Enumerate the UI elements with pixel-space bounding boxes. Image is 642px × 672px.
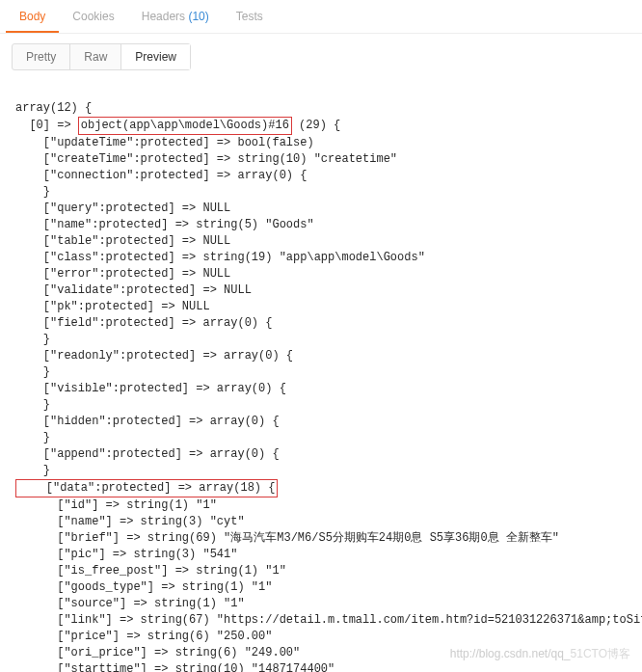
subtab-raw[interactable]: Raw: [70, 44, 121, 69]
dump-line: }: [15, 398, 50, 412]
body-view-modes: Pretty Raw Preview: [12, 43, 191, 70]
highlight-object: object(app\app\model\Goods)#16: [78, 117, 292, 135]
dump-line: ["hidden":protected] => array(0) {: [15, 415, 280, 428]
subtab-preview[interactable]: Preview: [121, 44, 190, 69]
dump-line: ["readonly":protected] => array(0) {: [15, 349, 293, 363]
tab-cookies[interactable]: Cookies: [59, 0, 127, 33]
dump-line: ["table":protected] => NULL: [15, 234, 230, 248]
dump-line: ["field":protected] => array(0) {: [15, 316, 272, 330]
dump-line: }: [15, 464, 50, 477]
tab-body[interactable]: Body: [6, 0, 59, 33]
dump-line: ["updateTime":protected] => bool(false): [15, 136, 314, 149]
dump-line: ["is_free_post"] => string(1) "1": [15, 564, 286, 578]
dump-line: (29) {: [292, 119, 340, 132]
dump-line: array(12) {: [15, 101, 92, 115]
dump-line: ["source"] => string(1) "1": [15, 597, 245, 610]
dump-line: ["price"] => string(6) "250.00": [15, 630, 272, 643]
dump-line: [0] =>: [15, 119, 78, 132]
dump-line: ["name":protected] => string(5) "Goods": [15, 218, 314, 231]
dump-line: ["pk":protected] => NULL: [15, 300, 210, 313]
dump-line: }: [15, 333, 50, 346]
response-tabs: Body Cookies Headers (10) Tests: [0, 0, 642, 34]
dump-line: ["validate":protected] => NULL: [15, 283, 252, 297]
dump-line: ["pic"] => string(3) "541": [15, 548, 237, 561]
tab-headers-count: (10): [188, 10, 208, 23]
dump-line: ["connection":protected] => array(0) {: [15, 169, 307, 182]
tab-tests[interactable]: Tests: [223, 0, 277, 33]
tab-headers-label: Headers: [142, 10, 185, 23]
dump-line: }: [15, 431, 50, 444]
dump-line: ["visible":protected] => array(0) {: [15, 382, 286, 395]
dump-line: ["starttime"] => string(10) "1487174400": [15, 662, 334, 672]
dump-line: ["link"] => string(67) "https://detail.m…: [15, 613, 642, 627]
dump-line: ["append":protected] => array(0) {: [15, 447, 280, 461]
dump-line: }: [15, 185, 50, 199]
dump-line: ["name"] => string(3) "cyt": [15, 515, 245, 528]
dump-line: ["createTime":protected] => string(10) "…: [15, 152, 397, 166]
dump-line: ["class":protected] => string(19) "app\a…: [15, 251, 425, 264]
dump-line: }: [15, 365, 50, 379]
dump-line: ["goods_type"] => string(1) "1": [15, 580, 272, 594]
dump-line: ["id"] => string(1) "1": [15, 498, 217, 512]
tab-headers[interactable]: Headers (10): [128, 0, 223, 33]
response-preview: array(12) { [0] => object(app\app\model\…: [0, 84, 642, 672]
dump-line: ["error":protected] => NULL: [15, 267, 230, 281]
dump-line: ["query":protected] => NULL: [15, 202, 230, 215]
subtab-pretty[interactable]: Pretty: [13, 44, 70, 69]
dump-line: ["brief"] => string(69) "海马汽车M3/M6/S5分期购…: [15, 531, 559, 545]
highlight-data: ["data":protected] => array(18) {: [15, 479, 278, 497]
dump-line: ["ori_price"] => string(6) "249.00": [15, 646, 300, 659]
